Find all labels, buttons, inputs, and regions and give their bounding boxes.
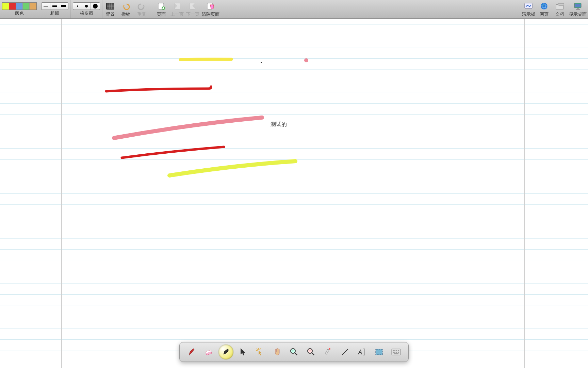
page-button[interactable]: 页面 <box>153 0 169 19</box>
svg-rect-38 <box>376 349 382 355</box>
pen-icon <box>187 348 196 356</box>
click-icon <box>255 347 265 357</box>
highlighter-tool[interactable] <box>218 344 233 359</box>
svg-line-30 <box>312 353 314 355</box>
color-swatch-blue[interactable] <box>16 3 23 10</box>
line-icon <box>341 348 349 356</box>
docs-label: 文档 <box>555 11 564 17</box>
laser-icon <box>324 348 332 356</box>
pointer-tool[interactable] <box>235 344 250 359</box>
color-label: 颜色 <box>15 10 24 16</box>
background-button[interactable]: 背景 <box>102 0 118 19</box>
next-page-button: 下一页 <box>185 0 200 19</box>
undo-label: 撤销 <box>121 11 130 17</box>
page-add-icon <box>157 1 166 11</box>
text-annotation[interactable]: 测试的 <box>271 121 287 128</box>
background-icon <box>105 1 115 11</box>
select-tool[interactable] <box>372 344 387 359</box>
canvas-area[interactable]: 测试的 A <box>0 19 588 368</box>
color-swatch-red[interactable] <box>9 3 16 10</box>
click-tool[interactable] <box>252 344 267 359</box>
svg-point-20 <box>304 58 308 62</box>
eraser-icon <box>205 348 213 356</box>
color-swatches[interactable] <box>2 2 37 10</box>
keyboard-icon <box>391 349 401 355</box>
undo-icon <box>121 1 131 11</box>
svg-rect-48 <box>394 353 398 354</box>
svg-rect-18 <box>576 9 580 10</box>
color-group: 颜色 <box>0 0 39 18</box>
svg-rect-16 <box>575 4 581 7</box>
svg-line-25 <box>257 349 258 350</box>
zoom-in-icon <box>290 348 298 356</box>
thickness-group: 粗细 <box>39 0 71 18</box>
svg-point-19 <box>261 62 262 63</box>
select-icon <box>375 348 383 356</box>
board-label: 演示板 <box>522 11 535 17</box>
thickness-label: 粗细 <box>50 10 59 16</box>
pen-tool[interactable] <box>184 344 199 359</box>
eraser-label: 橡皮擦 <box>80 10 93 16</box>
zoom-out-tool[interactable] <box>304 344 318 359</box>
ink-strokes <box>0 19 588 368</box>
web-button[interactable]: 网页 <box>536 0 552 19</box>
prev-page-icon <box>172 1 182 11</box>
color-swatch-yellow[interactable] <box>2 3 9 10</box>
pointer-icon <box>239 348 247 356</box>
redo-label: 重复 <box>137 11 146 17</box>
thickness-thick[interactable] <box>59 3 68 10</box>
svg-line-28 <box>295 353 297 355</box>
highlighter-icon <box>222 348 230 356</box>
globe-icon <box>539 1 549 11</box>
eraser-tool[interactable] <box>201 344 216 359</box>
color-swatch-green[interactable] <box>23 3 30 10</box>
clear-page-icon <box>206 1 215 11</box>
desktop-label: 显示桌面 <box>569 11 587 17</box>
prev-label: 上一页 <box>170 11 184 17</box>
laser-tool[interactable] <box>321 344 336 359</box>
board-button[interactable]: 演示板 <box>521 0 536 19</box>
desktop-icon <box>573 1 583 11</box>
svg-rect-44 <box>393 352 394 353</box>
eraser-med[interactable] <box>82 3 91 10</box>
redo-icon <box>137 1 146 11</box>
svg-rect-46 <box>396 352 397 353</box>
undo-button[interactable]: 撤销 <box>118 0 134 19</box>
zoom-out-icon <box>307 348 315 356</box>
hand-tool[interactable] <box>270 344 284 359</box>
svg-point-32 <box>329 348 330 350</box>
thickness-med[interactable] <box>50 3 59 10</box>
eraser-chips[interactable] <box>73 2 100 10</box>
redo-button: 重复 <box>134 0 149 19</box>
prev-page-button: 上一页 <box>169 0 185 19</box>
web-label: 网页 <box>540 11 549 17</box>
page-label: 页面 <box>157 11 166 17</box>
zoom-in-tool[interactable] <box>287 344 301 359</box>
folder-icon <box>555 1 565 11</box>
keyboard-tool[interactable] <box>389 344 404 359</box>
eraser-small[interactable] <box>73 3 82 10</box>
thickness-chips[interactable] <box>41 2 68 10</box>
docs-button[interactable]: 文档 <box>552 0 568 19</box>
svg-rect-31 <box>325 349 329 354</box>
svg-rect-47 <box>398 352 399 353</box>
svg-rect-41 <box>394 350 395 351</box>
text-tool[interactable]: A <box>355 344 370 359</box>
svg-rect-1 <box>107 3 114 9</box>
next-page-icon <box>188 1 197 11</box>
clear-label: 清除页面 <box>202 11 219 17</box>
thickness-thin[interactable] <box>42 3 50 10</box>
desktop-button[interactable]: 显示桌面 <box>568 0 588 19</box>
svg-rect-43 <box>398 350 399 351</box>
clear-page-button[interactable]: 清除页面 <box>200 0 221 19</box>
line-tool[interactable] <box>338 344 353 359</box>
svg-rect-42 <box>396 350 397 351</box>
svg-text:A: A <box>357 348 362 356</box>
bottom-toolbar: A <box>179 342 409 362</box>
board-icon <box>524 1 533 11</box>
svg-line-26 <box>260 349 261 350</box>
color-swatch-orange[interactable] <box>30 3 36 10</box>
hand-icon <box>273 348 281 356</box>
svg-rect-40 <box>393 350 394 351</box>
eraser-large[interactable] <box>91 3 100 10</box>
